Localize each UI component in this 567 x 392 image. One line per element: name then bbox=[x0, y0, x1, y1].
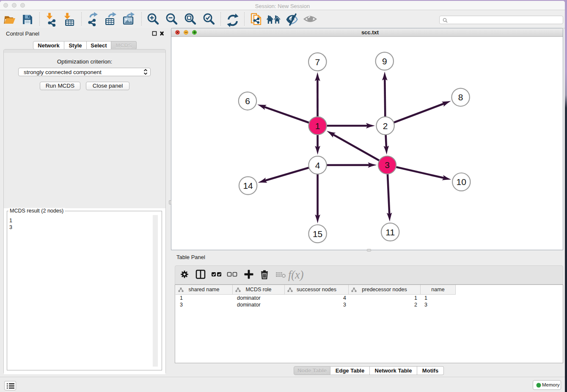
svg-text:2: 2 bbox=[383, 121, 388, 131]
svg-text:11: 11 bbox=[385, 227, 395, 237]
svg-text:1: 1 bbox=[315, 121, 320, 131]
svg-text:8: 8 bbox=[458, 92, 463, 102]
svg-text:7: 7 bbox=[315, 57, 320, 67]
svg-text:15: 15 bbox=[313, 229, 322, 239]
svg-text:f(x): f(x) bbox=[288, 268, 304, 281]
svg-text:6: 6 bbox=[245, 96, 250, 106]
svg-text:3: 3 bbox=[385, 160, 390, 170]
svg-text:14: 14 bbox=[243, 181, 253, 190]
svg-text:9: 9 bbox=[382, 56, 387, 66]
svg-text:10: 10 bbox=[457, 177, 466, 187]
svg-text:4: 4 bbox=[315, 160, 320, 170]
